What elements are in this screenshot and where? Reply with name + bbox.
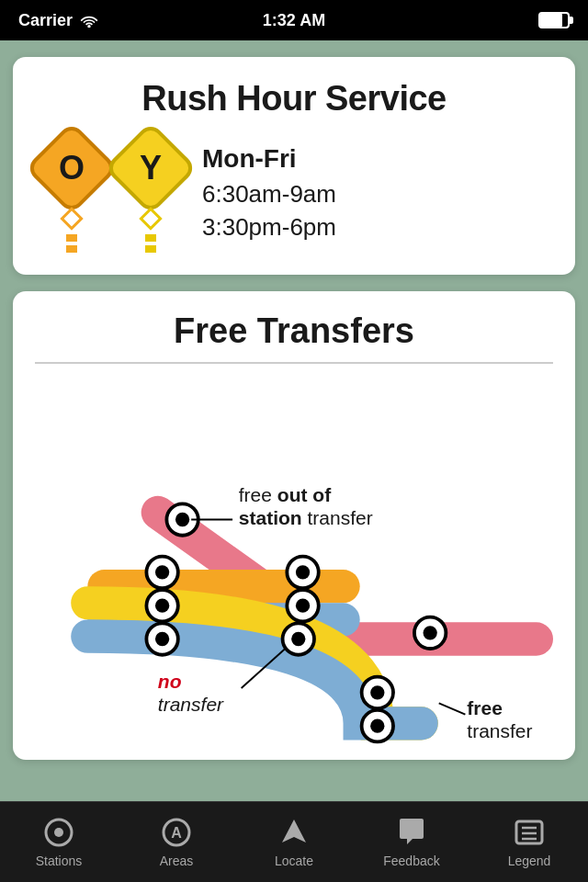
tab-stations-label: Stations — [36, 854, 83, 868]
svg-text:no: no — [158, 671, 182, 692]
svg-marker-38 — [282, 820, 306, 842]
dash-o-2 — [66, 245, 77, 253]
areas-icon-svg: A — [161, 817, 192, 848]
wifi-icon — [80, 13, 98, 28]
svg-point-22 — [370, 685, 384, 699]
svg-point-8 — [155, 565, 169, 579]
stop-dashes-y — [145, 234, 156, 253]
svg-point-35 — [54, 828, 63, 837]
route-col-y: Y — [118, 135, 184, 253]
stop-dashes-o — [66, 234, 77, 253]
svg-text:free: free — [467, 697, 503, 718]
schedule-time-2: 3:30pm-6pm — [202, 210, 549, 243]
dash-y-1 — [145, 234, 156, 242]
rush-hour-title: Rush Hour Service — [39, 79, 549, 119]
rush-hour-card: Rush Hour Service O — [13, 57, 575, 275]
locate-icon-svg — [278, 817, 310, 848]
dash-y-2 — [145, 245, 156, 253]
svg-text:transfer: transfer — [467, 720, 532, 741]
svg-point-24 — [370, 719, 384, 733]
main-content: Rush Hour Service O — [0, 40, 588, 842]
tab-feedback[interactable]: Feedback — [353, 816, 470, 868]
schedule-time-1: 6:30am-9am — [202, 177, 549, 210]
svg-point-6 — [175, 513, 189, 526]
free-transfers-card: Free Transfers — [13, 291, 575, 760]
route-diamond-y: Y — [104, 121, 198, 215]
stations-icon — [42, 816, 75, 849]
svg-point-0 — [87, 25, 90, 28]
dash-o-1 — [66, 234, 77, 242]
svg-text:free out of: free out of — [239, 484, 332, 505]
legend-icon-svg — [514, 817, 545, 848]
areas-icon: A — [160, 816, 193, 849]
status-bar: Carrier 1:32 AM — [0, 0, 588, 40]
stop-diamond-o — [60, 207, 83, 230]
tab-locate[interactable]: Locate — [235, 816, 353, 868]
tab-legend[interactable]: Legend — [470, 816, 588, 868]
route-stops-o — [63, 210, 80, 253]
tab-areas-label: Areas — [160, 854, 194, 868]
status-time: 1:32 AM — [263, 11, 325, 30]
transfer-svg: free out of station transfer no transfer… — [35, 377, 553, 760]
transfer-diagram: free out of station transfer no transfer… — [35, 377, 553, 760]
free-transfers-title: Free Transfers — [35, 311, 553, 364]
tab-areas[interactable]: A Areas — [118, 816, 235, 868]
route-icons: O Y — [39, 135, 184, 253]
carrier-label: Carrier — [18, 11, 98, 30]
svg-point-18 — [291, 632, 305, 646]
route-letter-y: Y — [140, 149, 162, 187]
tab-feedback-label: Feedback — [383, 854, 439, 868]
route-col-o: O — [39, 135, 105, 253]
tab-stations[interactable]: Stations — [0, 816, 118, 868]
schedule-info: Mon-Fri 6:30am-9am 3:30pm-6pm — [202, 144, 549, 244]
feedback-icon-svg — [396, 817, 427, 848]
tab-locate-label: Locate — [275, 854, 313, 868]
route-letter-o: O — [59, 149, 85, 187]
battery-icon — [538, 12, 570, 28]
stations-icon-svg — [43, 817, 74, 848]
legend-icon — [513, 816, 546, 849]
rush-hour-content: O Y — [39, 135, 549, 253]
schedule-days: Mon-Fri — [202, 144, 549, 174]
svg-text:station transfer: station transfer — [239, 507, 373, 528]
svg-line-31 — [439, 703, 466, 714]
tab-legend-label: Legend — [508, 854, 551, 868]
route-stops-y — [142, 210, 159, 253]
locate-icon — [277, 816, 311, 849]
svg-text:transfer: transfer — [158, 694, 224, 715]
svg-text:A: A — [171, 825, 182, 841]
tab-bar: Stations A Areas Locate Feedback — [0, 801, 588, 882]
svg-point-10 — [155, 599, 169, 613]
svg-point-16 — [296, 599, 310, 613]
svg-point-14 — [296, 565, 310, 579]
svg-point-20 — [424, 626, 437, 639]
stop-diamond-y — [139, 207, 162, 230]
feedback-icon — [395, 816, 428, 849]
svg-point-12 — [155, 632, 169, 646]
route-diamond-o: O — [25, 121, 119, 215]
